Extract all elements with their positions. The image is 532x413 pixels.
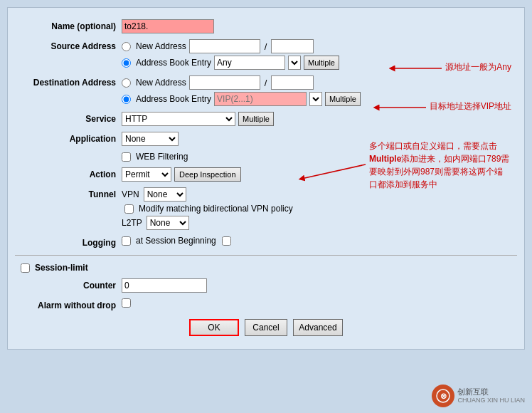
- session-limit-label: Session-limit: [35, 263, 88, 273]
- service-select[interactable]: HTTP: [122, 112, 235, 126]
- dest-book-label: Address Book Entry: [136, 94, 211, 104]
- tunnel-l2tp-label: L2TP: [122, 218, 142, 228]
- source-new-input1[interactable]: [189, 39, 260, 53]
- source-new-radio[interactable]: [122, 42, 131, 51]
- tunnel-row: Tunnel VPN None Modify matching bidirect…: [15, 187, 517, 230]
- watermark: ⊗ 创新互联 CHUANG XIN HU LIAN: [432, 385, 525, 407]
- application-select[interactable]: None: [122, 132, 179, 146]
- action-select[interactable]: Permit: [122, 167, 171, 182]
- source-book-input[interactable]: [214, 56, 285, 70]
- logging-label: Logging: [15, 236, 122, 248]
- tunnel-vpn-policy-checkbox[interactable]: [124, 204, 134, 214]
- dest-arrow: [373, 100, 430, 115]
- name-controls: [122, 19, 214, 33]
- dest-new-label: New Address: [136, 78, 186, 88]
- logging-controls: at Session Beginning: [122, 236, 233, 246]
- logging-row: Logging at Session Beginning: [15, 236, 517, 248]
- logging-at-session-label: at Session Beginning: [136, 236, 216, 246]
- service-annotation: 多个端口或自定义端口，需要点击Multiple添加进来，如内网端口789需要映射…: [369, 140, 511, 191]
- source-multiple-button[interactable]: Multiple: [304, 56, 339, 70]
- ok-button[interactable]: OK: [189, 319, 239, 336]
- watermark-line2: CHUANG XIN HU LIAN: [457, 397, 525, 404]
- dest-address-label: Destination Address: [15, 75, 122, 88]
- logging-checkbox[interactable]: [122, 236, 131, 246]
- deep-inspection-button[interactable]: Deep Inspection: [174, 167, 241, 182]
- dest-book-input[interactable]: [214, 92, 307, 106]
- counter-controls: [122, 278, 207, 293]
- service-label: Service: [15, 112, 122, 124]
- source-book-select[interactable]: [288, 56, 301, 70]
- alarm-row: Alarm without drop: [15, 298, 517, 310]
- service-multiple-button[interactable]: Multiple: [238, 112, 274, 126]
- tunnel-vpn-policy-label: Modify matching bidirectional VPN policy: [139, 204, 293, 214]
- service-annotation-bold: Multiple: [369, 154, 401, 164]
- dest-address-controls: New Address / Address Book Entry Multipl…: [122, 75, 361, 106]
- dest-book-select[interactable]: [309, 92, 322, 106]
- tunnel-vpn-label: VPN: [122, 189, 139, 199]
- svg-line-2: [302, 164, 366, 179]
- application-controls: None: [122, 132, 179, 146]
- session-limit-checkbox[interactable]: [21, 263, 30, 273]
- web-filtering-checkbox[interactable]: [122, 152, 131, 162]
- alarm-checkbox[interactable]: [122, 298, 131, 308]
- source-arrow: [388, 61, 445, 75]
- dest-new-radio[interactable]: [122, 78, 131, 88]
- application-label: Application: [15, 132, 122, 144]
- action-label: Action: [15, 167, 122, 179]
- watermark-line1: 创新互联: [457, 387, 525, 397]
- alarm-controls: [122, 298, 133, 308]
- service-arrow: [298, 161, 369, 182]
- name-input[interactable]: [122, 19, 214, 33]
- source-new-label: New Address: [136, 41, 186, 51]
- action-controls: Permit Deep Inspection: [122, 167, 241, 182]
- session-limit-row: Session-limit: [21, 263, 517, 273]
- service-row: Service HTTP Multiple: [15, 112, 517, 126]
- source-address-controls: New Address / Address Book Entry Multipl…: [122, 39, 339, 70]
- counter-label: Counter: [15, 278, 122, 291]
- web-filtering-label: WEB Filtering: [136, 152, 188, 162]
- name-row: Name (optional): [15, 19, 517, 33]
- source-book-radio[interactable]: [122, 58, 131, 68]
- service-controls: HTTP Multiple: [122, 112, 274, 126]
- counter-row: Counter: [15, 278, 517, 293]
- advanced-button[interactable]: Advanced: [293, 319, 343, 336]
- name-label: Name (optional): [15, 19, 122, 31]
- source-address-label: Source Address: [15, 39, 122, 51]
- tunnel-controls: VPN None Modify matching bidirectional V…: [122, 187, 293, 230]
- tunnel-label: Tunnel: [15, 187, 122, 199]
- tunnel-vpn-select[interactable]: None: [144, 187, 186, 202]
- dest-new-input2[interactable]: [271, 75, 314, 90]
- dest-book-radio[interactable]: [122, 95, 131, 104]
- counter-input[interactable]: [122, 278, 207, 293]
- svg-text:⊗: ⊗: [440, 392, 447, 400]
- divider: [15, 255, 517, 256]
- dest-annotation: 目标地址选择VIP地址: [430, 100, 511, 113]
- watermark-text: 创新互联 CHUANG XIN HU LIAN: [457, 387, 525, 404]
- source-book-label: Address Book Entry: [136, 58, 211, 68]
- source-new-input2[interactable]: [271, 39, 314, 53]
- watermark-icon: ⊗: [432, 385, 454, 407]
- dest-multiple-button[interactable]: Multiple: [325, 92, 361, 106]
- footer-buttons: OK Cancel Advanced: [15, 319, 517, 342]
- dest-new-input1[interactable]: [189, 75, 260, 90]
- logging-session-checkbox[interactable]: [222, 236, 231, 246]
- tunnel-l2tp-select[interactable]: None: [147, 216, 189, 230]
- alarm-label: Alarm without drop: [15, 298, 122, 310]
- cancel-button[interactable]: Cancel: [245, 319, 287, 336]
- source-annotation: 源地址一般为Any: [445, 61, 511, 73]
